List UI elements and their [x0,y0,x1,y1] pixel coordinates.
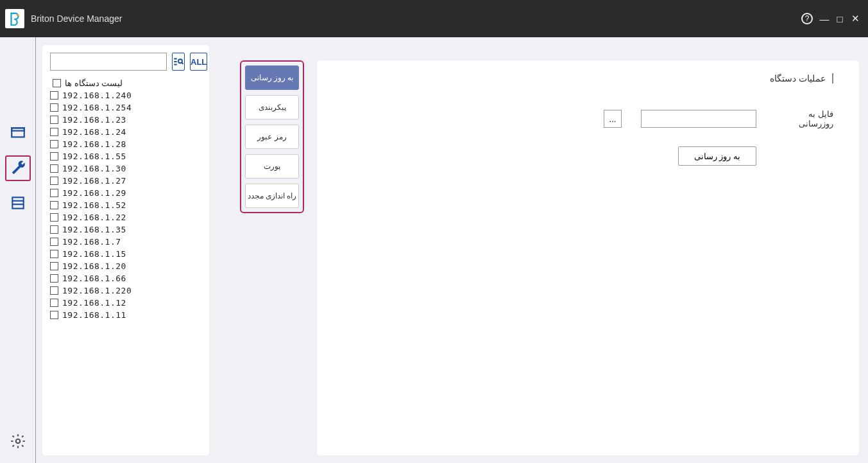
search-icon[interactable] [172,53,185,71]
titlebar: Briton Device Manager ? — □ ✕ [0,0,868,37]
device-ip: 192.168.1.240 [62,91,132,100]
config-tab-config[interactable]: پیکربندی [245,95,299,119]
checkbox[interactable] [50,189,58,197]
svg-point-0 [17,14,19,17]
checkbox[interactable] [50,286,58,295]
svg-line-11 [182,63,183,64]
help-icon[interactable]: ? [801,13,817,24]
checkbox[interactable] [50,152,58,161]
checkbox[interactable] [50,103,58,112]
device-row[interactable]: 192.168.1.7 [50,237,201,247]
device-ip: 192.168.1.11 [62,310,126,320]
app-logo [5,9,24,28]
checkbox[interactable] [50,128,58,136]
maximize-button[interactable]: □ [832,13,847,24]
device-row[interactable]: 192.168.1.55 [50,152,201,161]
device-row[interactable]: 192.168.1.254 [50,103,201,112]
main-panel: عملیات دستگاه فایل به روزرسانی ... به رو… [317,60,859,455]
checkbox[interactable] [53,79,61,87]
checkbox[interactable] [50,213,58,222]
device-row[interactable]: 192.168.1.66 [50,274,201,283]
select-all-button[interactable]: ALL [190,53,207,71]
device-ip: 192.168.1.23 [62,115,126,125]
update-button[interactable]: به روز رسانی [678,146,756,166]
device-ip: 192.168.1.66 [62,274,126,283]
svg-rect-2 [12,128,24,130]
checkbox[interactable] [50,177,58,185]
device-ip: 192.168.1.7 [62,237,121,247]
device-ip: 192.168.1.27 [62,176,126,186]
device-row[interactable]: 192.168.1.11 [50,310,201,320]
device-row[interactable]: 192.168.1.28 [50,139,201,149]
close-button[interactable]: ✕ [847,13,863,24]
device-row[interactable]: 192.168.1.29 [50,188,201,198]
checkbox[interactable] [50,140,58,148]
device-ip: 192.168.1.12 [62,298,126,308]
device-panel: ALL لیست دستگاه ها 192.168.1.240192.168.… [42,45,209,455]
config-tab-reboot[interactable]: راه اندازی مجدد [245,184,299,208]
checkbox[interactable] [50,164,58,173]
checkbox[interactable] [50,201,58,209]
app-title: Briton Device Manager [31,13,122,24]
device-row[interactable]: 192.168.1.27 [50,176,201,186]
svg-point-6 [15,439,20,444]
update-file-input[interactable] [641,110,756,128]
nav-monitor[interactable] [5,121,31,146]
device-tree-root[interactable]: لیست دستگاه ها [50,78,201,88]
device-row[interactable]: 192.168.1.23 [50,115,201,125]
browse-button[interactable]: ... [604,110,622,128]
checkbox[interactable] [50,225,58,234]
device-row[interactable]: 192.168.1.35 [50,225,201,234]
minimize-button[interactable]: — [817,13,832,24]
device-ip: 192.168.1.254 [62,103,132,112]
checkbox[interactable] [50,250,58,258]
device-row[interactable]: 192.168.1.240 [50,91,201,100]
checkbox[interactable] [50,238,58,246]
root-label: لیست دستگاه ها [65,78,123,88]
device-ip: 192.168.1.22 [62,213,126,222]
config-tab-port[interactable]: پورت [245,154,299,179]
device-search-input[interactable] [50,53,167,71]
svg-point-10 [178,59,182,63]
device-ip: 192.168.1.24 [62,127,126,137]
nav-settings[interactable] [5,428,31,454]
device-ip: 192.168.1.20 [62,261,126,271]
section-title: عملیات دستگاه [343,73,833,83]
device-ip: 192.168.1.15 [62,249,126,259]
device-ip: 192.168.1.220 [62,286,132,295]
checkbox[interactable] [50,274,58,283]
nav-tools[interactable] [5,155,31,181]
config-tabs: به روز رسانیپیکربندیرمز عبورپورتراه اندا… [240,60,304,455]
device-row[interactable]: 192.168.1.52 [50,200,201,210]
checkbox[interactable] [50,299,58,307]
device-row[interactable]: 192.168.1.22 [50,213,201,222]
checkbox[interactable] [50,311,58,319]
checkbox[interactable] [50,116,58,124]
checkbox[interactable] [50,262,58,270]
device-row[interactable]: 192.168.1.20 [50,261,201,271]
device-tree: لیست دستگاه ها 192.168.1.240192.168.1.25… [50,78,201,320]
device-ip: 192.168.1.28 [62,139,126,149]
device-ip: 192.168.1.35 [62,225,126,234]
config-tab-update[interactable]: به روز رسانی [245,66,299,90]
checkbox[interactable] [50,91,58,100]
svg-rect-3 [12,197,23,208]
svg-rect-1 [12,128,24,137]
file-label: فایل به روزرسانی [776,109,833,128]
config-tab-password[interactable]: رمز عبور [245,125,299,149]
device-row[interactable]: 192.168.1.24 [50,127,201,137]
device-ip: 192.168.1.55 [62,152,126,161]
device-row[interactable]: 192.168.1.220 [50,286,201,295]
device-ip: 192.168.1.29 [62,188,126,198]
nav-list[interactable] [5,190,31,216]
device-ip: 192.168.1.30 [62,164,126,173]
nav-rail [0,37,36,463]
device-row[interactable]: 192.168.1.30 [50,164,201,173]
device-row[interactable]: 192.168.1.15 [50,249,201,259]
device-row[interactable]: 192.168.1.12 [50,298,201,308]
device-ip: 192.168.1.52 [62,200,126,210]
